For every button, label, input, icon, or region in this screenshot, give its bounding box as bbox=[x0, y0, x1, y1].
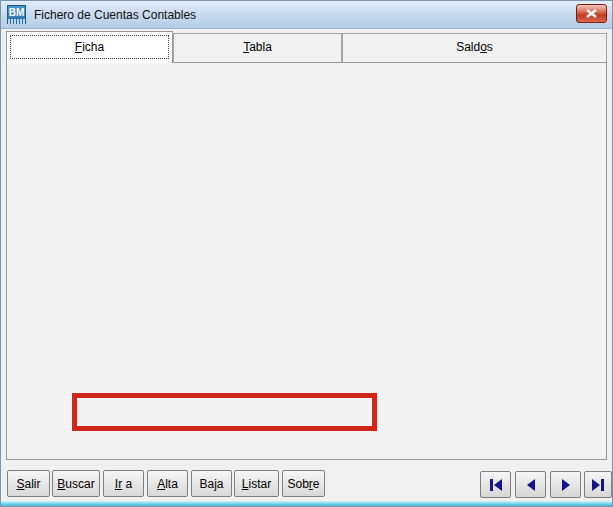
nav-previous-icon bbox=[523, 478, 539, 492]
nav-last-button[interactable] bbox=[584, 471, 612, 498]
nav-last-icon bbox=[590, 478, 606, 492]
dialog-window: BM Fichero de Cuentas Contables Ficha Ta… bbox=[0, 0, 613, 507]
nav-next-icon bbox=[558, 478, 574, 492]
baja-button[interactable]: Baja bbox=[191, 470, 232, 497]
buscar-button[interactable]: Buscar bbox=[52, 470, 100, 497]
sobre-button[interactable]: Sobre bbox=[282, 470, 325, 497]
salir-button[interactable]: Salir bbox=[7, 470, 50, 497]
window-bottom-border bbox=[1, 501, 612, 506]
nav-first-icon bbox=[488, 478, 504, 492]
tab-focus-rect bbox=[10, 35, 169, 59]
bm-logo-text: BM bbox=[9, 7, 25, 18]
ira-button[interactable]: Ir a bbox=[103, 470, 144, 497]
tab-saldos[interactable]: Saldos bbox=[342, 33, 607, 62]
window-title: Fichero de Cuentas Contables bbox=[34, 8, 196, 22]
close-button[interactable] bbox=[576, 4, 607, 23]
bm-logo-icon: BM bbox=[7, 5, 26, 24]
nav-first-button[interactable] bbox=[480, 471, 511, 498]
alta-button[interactable]: Alta bbox=[147, 470, 188, 497]
ficha-tab-panel bbox=[6, 62, 607, 460]
title-bar: BM Fichero de Cuentas Contables bbox=[1, 1, 612, 29]
tab-tabla[interactable]: Tabla bbox=[173, 33, 342, 62]
nav-next-button[interactable] bbox=[550, 471, 581, 498]
close-icon bbox=[586, 9, 597, 18]
listar-button[interactable]: Listar bbox=[234, 470, 279, 497]
nav-previous-button[interactable] bbox=[515, 471, 546, 498]
tab-ficha[interactable]: Ficha bbox=[6, 31, 173, 63]
